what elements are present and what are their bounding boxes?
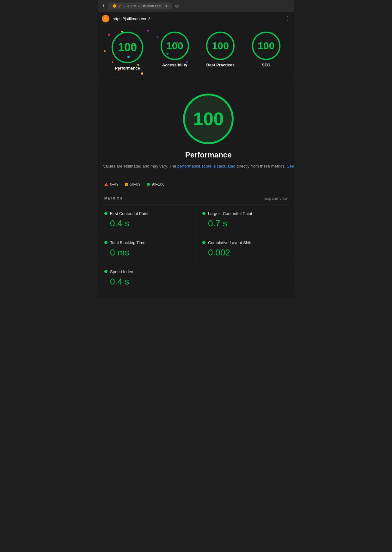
tab-separator: - — [138, 4, 140, 8]
metric-name: Largest Contentful Paint — [208, 211, 252, 216]
metric-header: Total Blocking Time — [104, 240, 189, 245]
browser-tab-bar: + 🔶 2:35:30 PM - jstillman.com ▼ ⊘ — [98, 0, 294, 12]
metric-name: First Contentful Paint — [110, 211, 148, 216]
metric-dot — [202, 212, 205, 215]
circle-icon — [147, 183, 150, 186]
metric-value: 0.7 s — [208, 218, 285, 229]
metric-item-3: Cumulative Layout Shift 0.002 — [196, 234, 289, 263]
new-tab-icon[interactable]: + — [102, 3, 105, 9]
score-circle: 100 — [161, 32, 189, 60]
metric-dot — [202, 241, 205, 244]
scores-row: 100 Performance 100 Accessibility 100 Be… — [103, 32, 289, 71]
metrics-label: METRICS — [104, 196, 122, 200]
metric-header: Largest Contentful Paint — [202, 211, 285, 216]
metrics-grid: First Contentful Paint 0.4 s Largest Con… — [103, 205, 289, 263]
score-number: 100 — [212, 40, 229, 52]
speed-index-dot — [104, 270, 107, 273]
address-bar: 🔶 https://jstillman.com/ ⋮ — [98, 12, 294, 25]
big-score-number: 100 — [193, 108, 224, 129]
legend-row: 0–49 50–89 90–100 — [103, 182, 289, 187]
speed-index-header: Speed Index — [104, 269, 285, 274]
big-score-wrap: 100 Performance Values are estimated and… — [103, 94, 294, 170]
metric-name: Total Blocking Time — [110, 240, 145, 245]
metric-value: 0.002 — [208, 248, 285, 258]
tab-favicon: 🔶 — [112, 4, 117, 8]
score-label: Accessibility — [162, 63, 187, 68]
big-score-circle: 100 — [183, 94, 234, 144]
square-icon — [125, 183, 128, 186]
perf-desc-start: Values are estimated and may vary. The — [103, 164, 176, 169]
more-options-icon[interactable]: ⋮ — [285, 15, 290, 22]
legend-label-high: 90–100 — [152, 182, 164, 187]
metric-name: Cumulative Layout Shift — [208, 240, 251, 245]
metric-item-0: First Contentful Paint 0.4 s — [103, 205, 196, 234]
address-url[interactable]: https://jstillman.com/ — [113, 16, 281, 21]
metric-value: 0.4 s — [110, 218, 189, 229]
score-circle: 100 — [206, 32, 235, 60]
legend-label-low: 0–49 — [110, 182, 119, 187]
metric-dot — [104, 212, 107, 215]
score-circle: 100 — [112, 32, 143, 63]
scores-section: 100 Performance 100 Accessibility 100 Be… — [98, 25, 294, 81]
metric-item-2: Total Blocking Time 0 ms — [103, 234, 196, 263]
tab-dropdown-icon[interactable]: ▼ — [165, 4, 168, 8]
score-number: 100 — [166, 40, 183, 52]
site-favicon: 🔶 — [102, 15, 109, 22]
legend-item-mid: 50–89 — [125, 182, 140, 187]
main-performance-section: 100 Performance Values are estimated and… — [98, 81, 294, 298]
score-number: 100 — [118, 41, 137, 54]
score-number: 100 — [258, 40, 274, 52]
speed-index-item: Speed Index 0.4 s — [103, 263, 289, 292]
metrics-header: METRICS Expand view — [103, 190, 289, 205]
legend-label-mid: 50–89 — [130, 182, 140, 187]
perf-desc-mid: directly from these metrics. — [236, 164, 285, 169]
metric-dot — [104, 241, 107, 244]
score-label: Best Practices — [206, 63, 235, 68]
browser-tab[interactable]: 🔶 2:35:30 PM - jstillman.com ▼ — [108, 3, 172, 9]
score-item-performance: 100 Performance — [112, 32, 143, 71]
perf-score-link[interactable]: performance score is calculated — [177, 164, 236, 169]
score-label: Performance — [115, 66, 140, 71]
legend-item-low: 0–49 — [104, 182, 119, 187]
stop-icon[interactable]: ⊘ — [175, 3, 179, 9]
score-circle: 100 — [252, 32, 280, 60]
score-item-accessibility: 100 Accessibility — [161, 32, 189, 68]
speed-index-value: 0.4 s — [110, 277, 285, 287]
expand-view-button[interactable]: Expand view — [264, 196, 288, 201]
score-item-seo: 100 SEO — [252, 32, 280, 68]
perf-title: Performance — [103, 150, 294, 159]
perf-header: 100 Performance Values are estimated and… — [103, 94, 289, 173]
metric-value: 0 ms — [110, 248, 189, 258]
calculator-link[interactable]: See calculator. — [287, 164, 294, 169]
legend-item-high: 90–100 — [147, 182, 164, 187]
tab-time: 2:35:30 PM — [119, 4, 137, 8]
metric-header: Cumulative Layout Shift — [202, 240, 285, 245]
confetti-dot — [141, 72, 143, 75]
speed-index-name: Speed Index — [110, 269, 133, 274]
score-label: SEO — [262, 63, 270, 68]
perf-description: Values are estimated and may vary. The p… — [103, 163, 294, 170]
metric-item-1: Largest Contentful Paint 0.7 s — [196, 205, 289, 234]
score-item-best-practices: 100 Best Practices — [206, 32, 235, 68]
triangle-icon — [104, 183, 108, 186]
metric-header: First Contentful Paint — [104, 211, 189, 216]
tab-domain: jstillman.com — [141, 4, 162, 8]
